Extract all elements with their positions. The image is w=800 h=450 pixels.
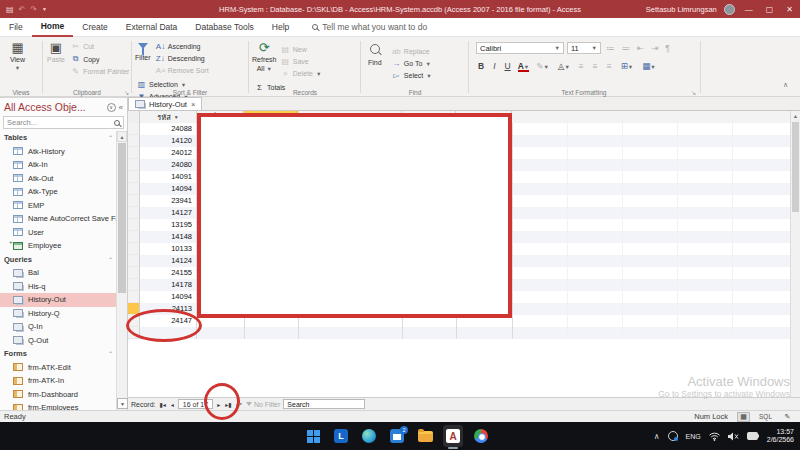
nav-item-atk-type[interactable]: Atk-Type <box>0 185 117 199</box>
row-selector[interactable] <box>128 195 140 207</box>
nav-item-his-q[interactable]: His-q <box>0 280 117 294</box>
increase-indent-icon[interactable]: ⇥ <box>649 43 660 53</box>
sidebar-scrollbar[interactable]: ▲ ▼ <box>116 131 127 410</box>
language-indicator[interactable]: ENG <box>686 433 701 440</box>
bullets-icon[interactable]: ≔ <box>604 43 617 53</box>
font-color-icon[interactable]: A▼ <box>518 61 530 71</box>
previous-record-icon[interactable]: ◂ <box>170 401 175 408</box>
section-forms[interactable]: Forms⌃ <box>0 347 117 361</box>
find-button[interactable]: Find <box>368 37 382 66</box>
tab-history-out[interactable]: History-Out × <box>128 97 202 110</box>
redo-icon[interactable]: ↷ <box>30 5 37 14</box>
row-selector[interactable] <box>128 123 140 135</box>
replace-button[interactable]: abReplace <box>392 47 432 56</box>
cut-button[interactable]: ✂Cut <box>71 42 129 51</box>
avatar[interactable] <box>724 4 735 15</box>
row-selector[interactable] <box>128 291 140 303</box>
nav-item-emp[interactable]: EMP <box>0 199 117 213</box>
nav-item-q-out[interactable]: Q-Out <box>0 334 117 348</box>
taskbar-clock[interactable]: 13:57 2/6/2566 <box>767 428 794 444</box>
nav-item-frm-dashboard[interactable]: frm-Dashboard <box>0 388 117 402</box>
start-button[interactable] <box>303 425 323 447</box>
nav-pane-menu-icon[interactable]: ∨ <box>107 103 116 112</box>
taskbar-edge[interactable] <box>359 425 379 447</box>
filter-button[interactable]: Filter <box>135 37 151 61</box>
nav-item-atk-history[interactable]: Atk-History <box>0 145 117 159</box>
tab-database-tools[interactable]: Database Tools <box>186 18 262 37</box>
minimize-button[interactable]: — <box>742 5 756 14</box>
tab-file[interactable]: File <box>0 18 32 37</box>
row-selector[interactable] <box>128 147 140 159</box>
scroll-up-icon[interactable]: ▲ <box>791 111 800 121</box>
wifi-icon[interactable] <box>709 432 720 441</box>
scroll-up-icon[interactable]: ▲ <box>117 131 127 142</box>
nav-item-history-out[interactable]: History-Out <box>0 293 117 307</box>
filter-status[interactable]: No Filter <box>246 401 280 408</box>
section-queries[interactable]: Queries⌃ <box>0 253 117 267</box>
row-selector[interactable] <box>128 207 140 219</box>
undo-icon[interactable]: ↶ <box>19 5 26 14</box>
tab-home[interactable]: Home <box>32 18 74 37</box>
nav-item-q-in[interactable]: Q-In <box>0 320 117 334</box>
volume-muted-icon[interactable] <box>728 432 739 441</box>
save-record-button[interactable]: ▤Save <box>281 57 322 66</box>
nav-item-bal[interactable]: Bal <box>0 266 117 280</box>
text-formatting-dialog-launcher-icon[interactable]: ↘ <box>691 89 696 96</box>
section-tables[interactable]: Tables⌃ <box>0 131 117 145</box>
taskbar-store[interactable]: 2 <box>387 425 407 447</box>
shutter-close-icon[interactable]: « <box>119 103 123 112</box>
alternate-row-color-icon[interactable]: ▦▼ <box>640 61 657 71</box>
nav-item-frm-atk-edit[interactable]: frm-ATK-Edit <box>0 361 117 375</box>
align-center-icon[interactable]: ≡ <box>591 61 600 71</box>
descending-button[interactable]: Z↓Descending <box>156 54 209 63</box>
scrollbar-thumb[interactable] <box>118 143 126 293</box>
first-record-icon[interactable]: ▮◂ <box>159 401 167 408</box>
tab-help[interactable]: Help <box>263 18 298 37</box>
highlight-color-icon[interactable]: ✎▼ <box>534 61 551 71</box>
align-left-icon[interactable]: ≡ <box>577 61 586 71</box>
column-header-id[interactable]: รหัส▼ <box>140 111 197 123</box>
scroll-down-icon[interactable]: ▼ <box>117 398 128 409</box>
delete-record-button[interactable]: ×Delete▼ <box>281 69 322 78</box>
font-size-combobox[interactable]: 11▼ <box>567 42 601 54</box>
view-button[interactable]: ▦ View▼ <box>10 37 25 71</box>
align-right-icon[interactable]: ≡ <box>605 61 614 71</box>
row-selector[interactable] <box>128 279 140 291</box>
column-dropdown-icon[interactable]: ▼ <box>174 114 179 120</box>
save-icon[interactable]: ▤ <box>6 5 14 14</box>
sql-view-icon[interactable]: SQL <box>759 413 772 420</box>
nav-item-history-q[interactable]: History-Q <box>0 307 117 321</box>
selection-button[interactable]: ▥Selection▼ <box>137 80 189 89</box>
row-selector[interactable] <box>128 243 140 255</box>
row-selector[interactable] <box>128 171 140 183</box>
refresh-all-button[interactable]: ⟳ Refresh All ▼ <box>252 37 277 72</box>
nav-item-frm-atk-in[interactable]: frm-ATK-In <box>0 374 117 388</box>
datasheet-view-icon[interactable]: ▦ <box>737 412 750 422</box>
close-button[interactable]: ✕ <box>783 5 796 14</box>
paste-button[interactable]: ▣ Paste <box>47 37 65 63</box>
row-selector[interactable] <box>128 183 140 195</box>
nav-search-input[interactable]: Search... <box>3 116 124 129</box>
new-record-button[interactable]: ▤New <box>281 45 322 54</box>
format-painter-button[interactable]: ✎Format Painter <box>71 67 129 76</box>
taskbar-line-app[interactable]: L <box>331 425 351 447</box>
text-direction-icon[interactable]: ¶ <box>663 43 672 53</box>
gridlines-icon[interactable]: ⊞▼ <box>619 61 636 71</box>
row-selector[interactable] <box>128 255 140 267</box>
datasheet-vertical-scrollbar[interactable]: ▲ <box>790 111 800 397</box>
taskbar-file-explorer[interactable] <box>415 425 435 447</box>
nav-item-frm-employees[interactable]: frm-Employees <box>0 401 117 410</box>
close-tab-icon[interactable]: × <box>191 100 195 109</box>
underline-icon[interactable]: U <box>503 61 513 71</box>
taskbar-chrome[interactable] <box>471 425 491 447</box>
clipboard-dialog-launcher-icon[interactable]: ↘ <box>124 89 129 96</box>
remove-sort-button[interactable]: A×Remove Sort <box>156 66 209 75</box>
bold-icon[interactable]: B <box>476 61 486 71</box>
decrease-indent-icon[interactable]: ⇤ <box>635 43 646 53</box>
row-selector[interactable] <box>128 219 140 231</box>
tab-external-data[interactable]: External Data <box>117 18 187 37</box>
nav-item-employee[interactable]: Employee <box>0 239 117 253</box>
row-selector[interactable] <box>128 231 140 243</box>
row-selector[interactable] <box>128 135 140 147</box>
account-name[interactable]: Settasub Limrungsan <box>646 5 717 14</box>
